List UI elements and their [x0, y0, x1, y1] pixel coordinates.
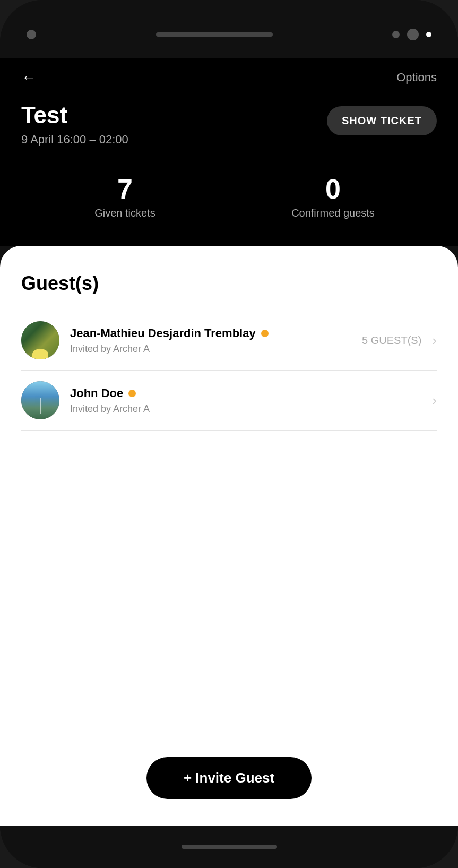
event-info: Test 9 April 16:00 – 02:00 SHOW TICKET: [21, 102, 437, 147]
guest-invited-by: Invited by Archer A: [70, 403, 427, 415]
status-icon-2: [407, 29, 419, 40]
guest-name: John Doe: [70, 386, 123, 400]
status-icon-1: [392, 31, 400, 38]
phone-frame: ← Options Test 9 April 16:00 – 02:00 SHO…: [0, 0, 458, 868]
event-title: Test: [21, 102, 128, 128]
camera-dot: [27, 30, 36, 39]
guest-name-row: Jean-Mathieu Desjardin Tremblay: [70, 326, 362, 340]
event-date: 9 April 16:00 – 02:00: [21, 133, 128, 147]
header-section: ← Options Test 9 April 16:00 – 02:00 SHO…: [0, 58, 458, 246]
pending-status-icon: [261, 330, 269, 337]
guest-avatar-image: [21, 381, 59, 419]
guest-info: John Doe Invited by Archer A: [70, 386, 427, 415]
confirmed-guests-count: 0: [229, 173, 437, 205]
guest-count: 5 GUEST(S): [362, 334, 421, 347]
invite-button-container: + Invite Guest: [21, 741, 437, 826]
bottom-bar: [0, 826, 458, 868]
invite-guest-button[interactable]: + Invite Guest: [146, 757, 312, 799]
guests-section-title: Guest(s): [21, 272, 437, 295]
chevron-right-icon: ›: [432, 332, 437, 349]
guest-info: Jean-Mathieu Desjardin Tremblay Invited …: [70, 326, 362, 355]
back-button[interactable]: ←: [21, 69, 36, 86]
event-details: Test 9 April 16:00 – 02:00: [21, 102, 128, 147]
given-tickets-stat: 7 Given tickets: [21, 173, 229, 219]
main-section: Guest(s) Jean-Mathieu Desjardin Tremblay…: [0, 246, 458, 826]
app-content: ← Options Test 9 April 16:00 – 02:00 SHO…: [0, 58, 458, 826]
given-tickets-label: Given tickets: [21, 207, 229, 219]
status-bar: [0, 0, 458, 58]
pending-status-icon: [128, 390, 136, 397]
status-icons: [392, 29, 431, 40]
nav-bar: ← Options: [21, 69, 437, 86]
stats-row: 7 Given tickets 0 Confirmed guests: [21, 168, 437, 225]
guest-item[interactable]: John Doe Invited by Archer A ›: [21, 371, 437, 431]
options-button[interactable]: Options: [396, 71, 437, 84]
guest-name: Jean-Mathieu Desjardin Tremblay: [70, 326, 256, 340]
guest-invited-by: Invited by Archer A: [70, 343, 362, 355]
home-indicator: [182, 845, 277, 849]
confirmed-guests-label: Confirmed guests: [229, 207, 437, 219]
guest-item[interactable]: Jean-Mathieu Desjardin Tremblay Invited …: [21, 311, 437, 371]
guest-avatar-image: [21, 321, 59, 359]
guest-meta: 5 GUEST(S) ›: [362, 332, 437, 349]
avatar: [21, 321, 59, 359]
show-ticket-button[interactable]: SHOW TICKET: [327, 106, 437, 135]
guest-list: Jean-Mathieu Desjardin Tremblay Invited …: [21, 311, 437, 741]
guest-meta: ›: [427, 392, 437, 409]
given-tickets-count: 7: [21, 173, 229, 205]
confirmed-guests-stat: 0 Confirmed guests: [229, 173, 437, 219]
speaker-bar: [156, 32, 273, 37]
chevron-right-icon: ›: [432, 392, 437, 409]
guest-name-row: John Doe: [70, 386, 427, 400]
status-icon-3: [426, 32, 431, 37]
avatar: [21, 381, 59, 419]
